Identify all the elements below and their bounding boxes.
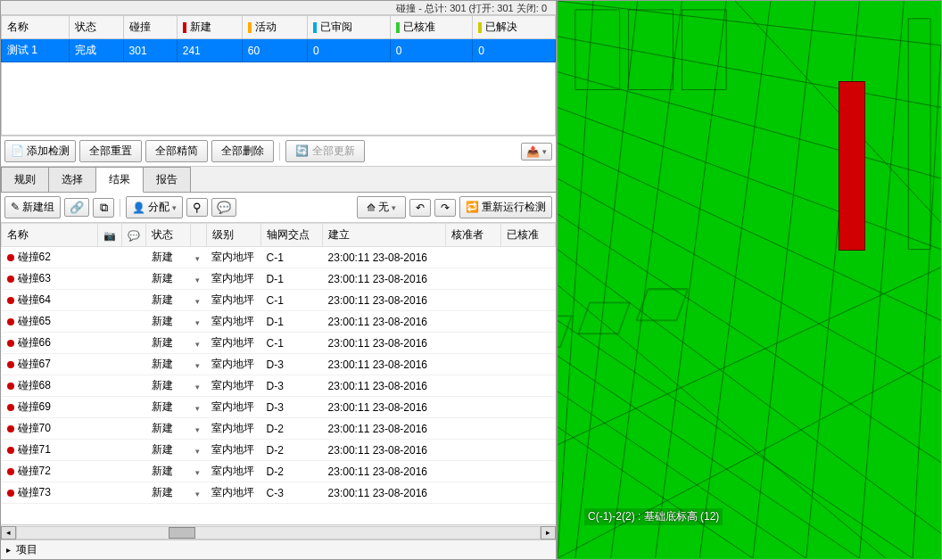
status-color-swatch: [183, 22, 186, 33]
table-row[interactable]: 碰撞67新建▾室内地坪D-323:00:11 23-08-2016: [2, 354, 556, 375]
summary-cell[interactable]: 0: [307, 39, 390, 62]
status-color-swatch: [478, 22, 482, 33]
table-row[interactable]: 碰撞65新建▾室内地坪D-123:00:11 23-08-2016: [2, 311, 556, 333]
undo-button[interactable]: ↶: [409, 199, 431, 217]
table-row[interactable]: 碰撞62新建▾室内地坪C-123:00:11 23-08-2016: [2, 247, 556, 268]
link-button[interactable]: 🔗: [64, 198, 89, 217]
new-group-button[interactable]: ✎ 新建组: [4, 196, 61, 218]
ungroup-icon: ⧉: [100, 201, 108, 214]
chevron-down-icon[interactable]: ▾: [195, 447, 200, 456]
status-color-swatch: [396, 22, 400, 33]
results-header-0[interactable]: 名称: [2, 224, 98, 247]
scroll-left-button[interactable]: ◂: [1, 526, 16, 539]
plus-icon: 📄: [11, 144, 24, 157]
rerun-detection-button[interactable]: 🔁 重新运行检测: [459, 196, 552, 218]
status-dot-icon: [7, 425, 14, 432]
results-toolbar: ✎ 新建组 🔗 ⧉ 👤 分配 ▾ ⚲ 💬 ⟰无 ▾ ↶ ↷ 🔁 重新运行检测: [1, 193, 556, 223]
project-section-header[interactable]: ▸ 项目: [1, 539, 556, 559]
pencil-icon: ✎: [11, 201, 20, 213]
results-header-2[interactable]: [122, 224, 146, 247]
filter-icon: ⚲: [193, 201, 202, 214]
summary-cell[interactable]: 60: [242, 39, 307, 62]
reset-all-button[interactable]: 全部重置: [79, 140, 142, 162]
camera-icon: [103, 229, 116, 242]
delete-all-button[interactable]: 全部删除: [211, 140, 274, 162]
export-dropdown-button[interactable]: 📤 ▾: [521, 143, 552, 161]
detection-toolbar: 📄 添加检测 全部重置 全部精简 全部删除 🔄 全部更新 📤 ▾: [1, 136, 556, 167]
add-detection-button[interactable]: 📄 添加检测: [4, 140, 76, 162]
summary-cell[interactable]: 0: [390, 39, 473, 62]
table-row[interactable]: 碰撞70新建▾室内地坪D-223:00:11 23-08-2016: [2, 418, 556, 440]
status-dot-icon: [7, 340, 14, 347]
scroll-right-button[interactable]: ▸: [541, 526, 556, 539]
results-header-9[interactable]: 已核准: [500, 224, 555, 247]
expand-arrow-icon: ▸: [6, 545, 11, 555]
status-dot-icon: [7, 490, 14, 497]
summary-cell[interactable]: 完成: [70, 39, 123, 62]
results-header-5[interactable]: 级别: [206, 224, 260, 247]
results-header-6[interactable]: 轴网交点: [261, 224, 323, 247]
chevron-down-icon[interactable]: ▾: [195, 361, 200, 370]
chevron-down-icon[interactable]: ▾: [195, 318, 200, 327]
redo-button[interactable]: ↷: [434, 199, 456, 217]
table-row[interactable]: 碰撞68新建▾室内地坪D-323:00:11 23-08-2016: [2, 375, 556, 397]
summary-header-3: 新建: [177, 16, 242, 39]
summary-header-2: 碰撞: [123, 16, 177, 39]
chevron-down-icon[interactable]: ▾: [195, 468, 200, 477]
table-row[interactable]: 碰撞71新建▾室内地坪D-223:00:11 23-08-2016: [2, 440, 556, 461]
chevron-down-icon[interactable]: ▾: [195, 254, 200, 263]
viewport-coordinates-label: C(-1)-2(2) : 基础底标高 (12): [584, 508, 723, 525]
assign-icon: 👤: [132, 202, 145, 214]
chevron-down-icon[interactable]: ▾: [195, 340, 200, 349]
table-row[interactable]: 碰撞63新建▾室内地坪D-123:00:11 23-08-2016: [2, 268, 556, 290]
compact-all-button[interactable]: 全部精简: [145, 140, 208, 162]
results-header-4[interactable]: [190, 224, 206, 247]
undo-icon: ↶: [416, 202, 425, 214]
ungroup-button[interactable]: ⧉: [93, 198, 114, 218]
highlighted-clash-element: [839, 81, 865, 251]
table-row[interactable]: 碰撞66新建▾室内地坪C-123:00:11 23-08-2016: [2, 333, 556, 354]
chevron-down-icon[interactable]: ▾: [195, 297, 200, 306]
summary-cell[interactable]: 241: [177, 39, 242, 62]
scroll-thumb[interactable]: [169, 527, 195, 539]
results-header-7[interactable]: 建立: [323, 224, 446, 247]
table-row[interactable]: 碰撞69新建▾室内地坪D-323:00:11 23-08-2016: [2, 397, 556, 418]
none-icon: ⟰: [367, 202, 376, 214]
tab-选择[interactable]: 选择: [48, 167, 96, 192]
3d-viewport[interactable]: C(-1)-2(2) : 基础底标高 (12): [557, 0, 942, 560]
svg-rect-0: [558, 1, 941, 558]
summary-cell[interactable]: 301: [123, 39, 177, 62]
chevron-down-icon[interactable]: ▾: [195, 404, 200, 413]
tab-报告[interactable]: 报告: [143, 167, 191, 192]
summary-selected-row[interactable]: 测试 1完成30124160000: [2, 39, 556, 62]
chevron-down-icon[interactable]: ▾: [195, 425, 200, 434]
update-all-button[interactable]: 🔄 全部更新: [285, 140, 364, 162]
table-row[interactable]: 碰撞72新建▾室内地坪D-223:00:11 23-08-2016: [2, 461, 556, 482]
results-header-3[interactable]: 状态: [146, 224, 190, 247]
assign-dropdown[interactable]: 👤 分配 ▾: [126, 196, 183, 218]
results-header-8[interactable]: 核准者: [446, 224, 500, 247]
chevron-down-icon[interactable]: ▾: [195, 276, 200, 284]
project-label: 项目: [16, 542, 37, 557]
summary-cell[interactable]: 测试 1: [2, 39, 70, 62]
table-row[interactable]: 碰撞64新建▾室内地坪C-123:00:11 23-08-2016: [2, 290, 556, 311]
chevron-down-icon[interactable]: ▾: [195, 490, 200, 498]
results-table: 名称状态级别轴网交点建立核准者已核准 碰撞62新建▾室内地坪C-123:00:1…: [1, 223, 556, 504]
filter-button[interactable]: ⚲: [186, 198, 208, 217]
none-dropdown[interactable]: ⟰无 ▾: [357, 196, 406, 218]
horizontal-scrollbar[interactable]: ◂ ▸: [1, 524, 556, 539]
status-dot-icon: [7, 276, 14, 283]
table-row[interactable]: 碰撞73新建▾室内地坪C-323:00:11 23-08-2016: [2, 482, 556, 504]
summary-cell[interactable]: 0: [473, 39, 556, 62]
results-header-1[interactable]: [98, 224, 122, 247]
chevron-down-icon[interactable]: ▾: [195, 383, 200, 391]
tab-规则[interactable]: 规则: [1, 167, 49, 192]
tab-结果[interactable]: 结果: [95, 167, 144, 193]
export-icon: 📤: [526, 145, 540, 158]
comment-button[interactable]: 💬: [211, 198, 236, 217]
status-dot-icon: [7, 447, 14, 454]
status-dot-icon: [7, 254, 14, 261]
summary-header-1: 状态: [70, 16, 123, 39]
summary-header-6: 已核准: [390, 16, 473, 39]
wireframe-model: [558, 1, 941, 558]
